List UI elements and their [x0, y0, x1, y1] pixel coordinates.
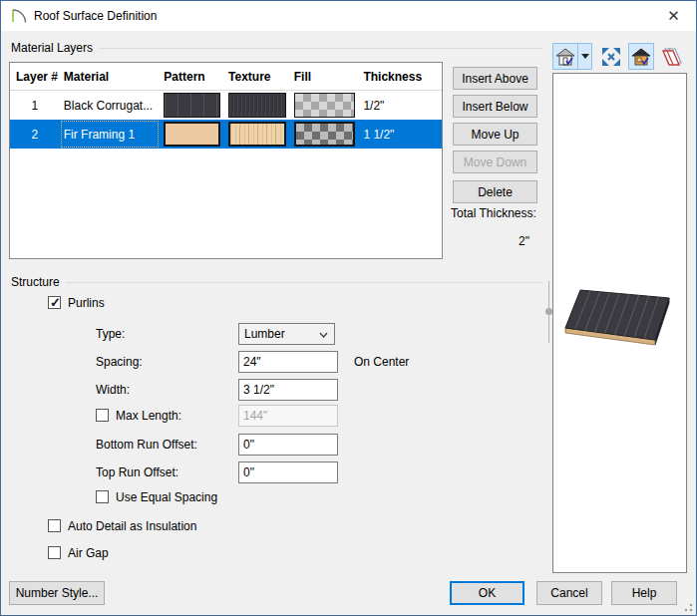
max-length-label: Max Length:	[116, 409, 181, 423]
top-run-offset-input[interactable]	[238, 462, 338, 483]
col-header-texture: Texture	[224, 63, 290, 90]
roof-surface-definition-dialog: Roof Surface Definition ✕ Material Layer…	[0, 0, 697, 616]
fill-cell[interactable]	[290, 120, 360, 149]
group-separator	[66, 282, 542, 283]
structure-label: Structure	[11, 275, 60, 289]
col-header-pattern: Pattern	[160, 63, 224, 90]
air-gap-label: Air Gap	[68, 546, 109, 560]
width-input[interactable]	[238, 379, 338, 401]
layer-number-cell[interactable]: 1	[10, 91, 60, 120]
auto-detail-as-insulation-label: Auto Detail as Insulation	[68, 519, 196, 533]
col-header-layer: Layer #	[10, 63, 60, 90]
width-label: Width:	[96, 383, 130, 397]
layer-number-cell[interactable]: 2	[10, 120, 60, 149]
total-thickness-label: Total Thickness:	[451, 206, 536, 220]
thickness-cell[interactable]: 1/2"	[359, 91, 442, 120]
auto-detail-as-insulation-checkbox[interactable]	[48, 519, 61, 532]
preview-viewport[interactable]	[552, 73, 687, 573]
insert-above-button[interactable]: Insert Above	[453, 67, 537, 90]
resize-grip[interactable]	[682, 601, 693, 612]
bottom-run-offset-label: Bottom Run Offset:	[96, 438, 197, 452]
fill-swatch[interactable]	[294, 122, 356, 147]
fill-window-icon[interactable]	[598, 43, 624, 70]
pattern-swatch[interactable]	[164, 93, 220, 118]
col-header-thickness: Thickness	[359, 63, 442, 90]
dialog-title: Roof Surface Definition	[34, 9, 157, 23]
splitter-grip-dot	[545, 308, 552, 315]
help-button[interactable]: Help	[611, 581, 677, 605]
standard-views-dropdown-arrow-icon[interactable]	[578, 43, 592, 70]
spacing-input[interactable]	[238, 351, 338, 373]
max-length-input[interactable]	[238, 405, 338, 427]
cancel-button[interactable]: Cancel	[536, 581, 602, 605]
titlebar: Roof Surface Definition ✕	[1, 1, 696, 31]
spacing-label: Spacing:	[96, 355, 143, 369]
on-center-label: On Center	[354, 355, 409, 369]
number-style-button[interactable]: Number Style...	[9, 581, 105, 605]
material-layers-label: Material Layers	[11, 41, 93, 55]
structure-group-header: Structure	[11, 275, 542, 289]
table-header-row: Layer # Material Pattern Texture Fill Th…	[10, 63, 442, 91]
roof-plan-icon	[10, 8, 27, 25]
panel-splitter-handle[interactable]	[544, 281, 553, 343]
type-label: Type:	[96, 327, 125, 341]
type-dropdown-value: Lumber	[244, 327, 285, 341]
texture-swatch[interactable]	[228, 122, 286, 147]
texture-swatch[interactable]	[228, 93, 286, 118]
thickness-cell[interactable]: 1 1/2"	[359, 120, 442, 149]
use-equal-spacing-checkbox[interactable]	[96, 490, 109, 503]
purlins-checkbox-label: Purlins	[68, 296, 105, 310]
table-row[interactable]: 1 Black Corrugat... 1/2"	[10, 91, 442, 120]
table-row-selected[interactable]: 2 Fir Framing 1 1 1/2"	[10, 120, 442, 149]
insert-below-button[interactable]: Insert Below	[453, 95, 537, 118]
type-dropdown[interactable]: Lumber	[238, 323, 335, 345]
material-layers-table: Layer # Material Pattern Texture Fill Th…	[9, 62, 443, 259]
move-up-button[interactable]: Move Up	[453, 123, 537, 146]
texture-cell[interactable]	[224, 91, 290, 120]
pattern-swatch[interactable]	[164, 122, 220, 147]
standard-views-icon[interactable]	[552, 43, 578, 70]
top-run-offset-label: Top Run Offset:	[96, 465, 178, 479]
fill-cell[interactable]	[290, 91, 360, 120]
chevron-down-icon	[319, 332, 328, 338]
col-header-material: Material	[60, 63, 161, 90]
pattern-cell[interactable]	[160, 91, 224, 120]
purlins-checkbox[interactable]	[48, 296, 61, 309]
move-down-button[interactable]: Move Down	[453, 151, 537, 173]
standard-views-toggle	[552, 43, 592, 70]
material-name-cell[interactable]: Fir Framing 1	[60, 120, 161, 149]
layer-display-options-icon[interactable]	[659, 43, 685, 70]
pattern-cell[interactable]	[160, 120, 224, 149]
max-length-checkbox[interactable]	[96, 409, 109, 422]
col-header-fill: Fill	[290, 63, 360, 90]
close-icon[interactable]: ✕	[651, 1, 696, 30]
color-on-off-icon[interactable]	[628, 43, 654, 70]
bottom-run-offset-input[interactable]	[238, 434, 338, 456]
material-layers-group-header: Material Layers	[11, 41, 542, 55]
delete-button[interactable]: Delete	[453, 180, 537, 203]
total-thickness-value: 2"	[453, 234, 529, 248]
ok-button[interactable]: OK	[450, 581, 524, 605]
material-name-cell[interactable]: Black Corrugat...	[60, 91, 161, 120]
use-equal-spacing-label: Use Equal Spacing	[116, 490, 217, 504]
air-gap-checkbox[interactable]	[48, 546, 61, 559]
dialog-body: Material Layers Layer # Material Pattern…	[1, 31, 696, 615]
roof-panel-3d-preview	[557, 283, 685, 363]
fill-swatch[interactable]	[294, 93, 356, 118]
texture-cell[interactable]	[224, 120, 290, 149]
group-separator	[99, 48, 542, 49]
